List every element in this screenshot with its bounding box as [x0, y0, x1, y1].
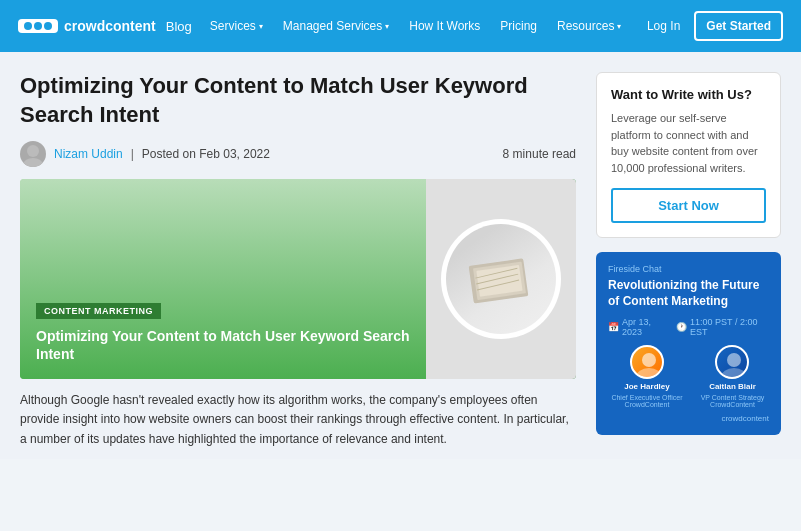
featured-title: Optimizing Your Content to Match User Ke… [36, 327, 410, 363]
fireside-date: 📅 Apr 13, 2023 [608, 317, 668, 337]
logo[interactable]: crowdcontent [18, 18, 156, 34]
meta-divider: | [131, 147, 134, 161]
cta-text: Leverage our self-serve platform to conn… [611, 110, 766, 176]
nav-services[interactable]: Services ▾ [200, 0, 273, 52]
cta-title: Want to Write with Us? [611, 87, 766, 102]
read-time: 8 minute read [503, 147, 576, 161]
logo-text: crowdcontent [64, 18, 156, 34]
clock-icon: 🕐 [676, 322, 687, 332]
author-name[interactable]: Nizam Uddin [54, 147, 123, 161]
nav-how-it-works[interactable]: How It Works [399, 0, 490, 52]
article-body: Although Google hasn't revealed exactly … [20, 391, 576, 449]
fi-circle [441, 219, 561, 339]
fireside-label: Fireside Chat [608, 264, 769, 274]
fireside-meta: 📅 Apr 13, 2023 🕐 11:00 PST / 2:00 EST [608, 317, 769, 337]
speaker-2-avatar [715, 345, 749, 379]
nav-resources[interactable]: Resources ▾ [547, 0, 631, 52]
speaker-1-avatar [630, 345, 664, 379]
featured-badge: CONTENT MARKETING [36, 303, 161, 319]
speaker-1-name: Joe Hardley [624, 382, 669, 391]
main-container: Optimizing Your Content to Match User Ke… [0, 52, 801, 459]
featured-image: CONTENT MARKETING Optimizing Your Conten… [20, 179, 576, 379]
book-decoration [461, 247, 541, 312]
fireside-time: 🕐 11:00 PST / 2:00 EST [676, 317, 769, 337]
article-title: Optimizing Your Content to Match User Ke… [20, 72, 576, 129]
meta-left: Nizam Uddin | Posted on Feb 03, 2022 [20, 141, 270, 167]
speaker-2-name: Caitlan Blair [709, 382, 756, 391]
blog-label: Blog [166, 19, 192, 34]
nav-actions: Log In Get Started [641, 11, 783, 41]
sidebar: Want to Write with Us? Leverage our self… [596, 72, 781, 449]
speaker-1: Joe Hardley Chief Executive Officer Crow… [608, 345, 686, 408]
login-button[interactable]: Log In [641, 19, 686, 33]
get-started-button[interactable]: Get Started [694, 11, 783, 41]
speaker-1-role: Chief Executive Officer CrowdContent [608, 394, 686, 408]
chevron-down-icon: ▾ [259, 22, 263, 31]
content-area: Optimizing Your Content to Match User Ke… [20, 72, 576, 449]
svg-point-8 [642, 353, 656, 367]
fi-left: CONTENT MARKETING Optimizing Your Conten… [20, 179, 426, 379]
fireside-card: Fireside Chat Revolutionizing the Future… [596, 252, 781, 435]
logo-icon [18, 19, 58, 33]
calendar-icon: 📅 [608, 322, 619, 332]
svg-point-0 [27, 145, 39, 157]
post-date: Posted on Feb 03, 2022 [142, 147, 270, 161]
speaker-2: Caitlan Blair VP Content Strategy CrowdC… [696, 345, 769, 408]
nav-managed-services[interactable]: Managed Services ▾ [273, 0, 399, 52]
article-meta: Nizam Uddin | Posted on Feb 03, 2022 8 m… [20, 141, 576, 167]
start-now-button[interactable]: Start Now [611, 188, 766, 223]
chevron-down-icon: ▾ [385, 22, 389, 31]
svg-point-11 [721, 368, 747, 379]
nav-links: Services ▾ Managed Services ▾ How It Wor… [200, 0, 641, 52]
fi-circle-inner [446, 224, 556, 334]
chevron-down-icon: ▾ [617, 22, 621, 31]
svg-point-9 [636, 368, 662, 379]
navigation: crowdcontent Blog Services ▾ Managed Ser… [0, 0, 801, 52]
crowdcontent-logo-small: crowdcontent [608, 414, 769, 423]
svg-point-1 [23, 158, 43, 167]
speaker-2-role: VP Content Strategy CrowdContent [696, 394, 769, 408]
fi-right [426, 179, 576, 379]
author-avatar [20, 141, 46, 167]
fireside-speakers: Joe Hardley Chief Executive Officer Crow… [608, 345, 769, 408]
cta-card: Want to Write with Us? Leverage our self… [596, 72, 781, 238]
nav-pricing[interactable]: Pricing [490, 0, 547, 52]
svg-point-10 [727, 353, 741, 367]
fireside-title: Revolutionizing the Future of Content Ma… [608, 278, 769, 309]
